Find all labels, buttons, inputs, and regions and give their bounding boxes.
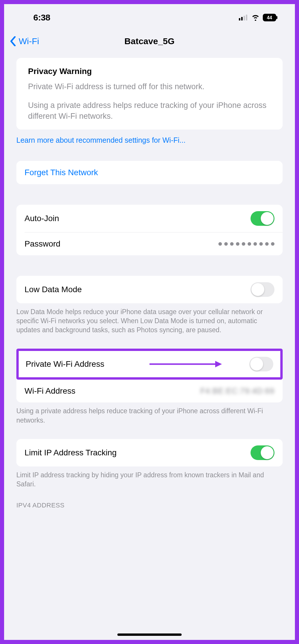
status-time: 6:38	[33, 13, 50, 23]
battery-icon: 44	[263, 14, 277, 21]
wifi-address-card: Private Wi-Fi Address Wi-Fi Address F4:B…	[16, 349, 283, 402]
low-data-mode-row: Low Data Mode	[16, 276, 283, 303]
password-value-masked	[218, 242, 274, 246]
chevron-left-icon	[10, 36, 16, 46]
join-password-card: Auto-Join Password	[16, 205, 283, 255]
forget-network-card: Forget This Network	[16, 161, 283, 184]
low-data-mode-footer: Low Data Mode helps reduce your iPhone d…	[4, 303, 295, 335]
learn-more-link[interactable]: Learn more about recommended settings fo…	[4, 130, 295, 144]
limit-ip-tracking-footer: Limit IP address tracking by hiding your…	[4, 466, 295, 489]
back-button[interactable]: Wi-Fi	[10, 36, 39, 46]
wifi-address-label: Wi-Fi Address	[25, 386, 75, 396]
auto-join-row: Auto-Join	[16, 205, 283, 232]
wifi-address-value: F4:BE:EC:79:4D:69	[200, 387, 274, 396]
password-row[interactable]: Password	[16, 233, 283, 255]
page-title: Batcave_5G	[124, 36, 175, 46]
back-label: Wi-Fi	[19, 36, 39, 46]
privacy-warning-title: Privacy Warning	[28, 67, 271, 76]
home-indicator[interactable]	[117, 633, 182, 636]
private-wifi-address-label: Private Wi-Fi Address	[26, 359, 104, 369]
limit-ip-tracking-card: Limit IP Address Tracking	[16, 439, 283, 466]
cellular-signal-icon	[239, 15, 248, 20]
ipv4-section-header: IPV4 ADDRESS	[4, 502, 295, 509]
auto-join-toggle[interactable]	[251, 211, 274, 226]
limit-ip-tracking-label: Limit IP Address Tracking	[25, 448, 117, 457]
limit-ip-tracking-row: Limit IP Address Tracking	[16, 439, 283, 466]
private-wifi-address-toggle[interactable]	[249, 357, 273, 371]
private-wifi-address-row: Private Wi-Fi Address	[19, 351, 280, 377]
svg-rect-2	[244, 16, 245, 20]
private-wifi-footer: Using a private address helps reduce tra…	[4, 402, 295, 425]
content-area: Privacy Warning Private Wi-Fi address is…	[4, 58, 295, 130]
wifi-network-detail-screen: 6:38 44 Wi-Fi Batcave_5G	[4, 4, 295, 640]
svg-rect-1	[241, 17, 243, 20]
low-data-mode-toggle[interactable]	[251, 282, 274, 297]
wifi-icon	[251, 14, 260, 21]
privacy-warning-body: Private Wi-Fi address is turned off for …	[28, 81, 271, 121]
svg-rect-0	[239, 18, 240, 20]
nav-bar: Wi-Fi Batcave_5G	[4, 27, 295, 58]
password-label: Password	[25, 239, 60, 249]
svg-rect-5	[276, 16, 277, 19]
forget-network-button[interactable]: Forget This Network	[16, 161, 283, 184]
wifi-address-row[interactable]: Wi-Fi Address F4:BE:EC:79:4D:69	[16, 380, 283, 402]
svg-text:44: 44	[267, 15, 272, 20]
auto-join-label: Auto-Join	[25, 214, 59, 223]
status-bar: 6:38 44	[4, 4, 295, 27]
annotation-highlight-private-wifi: Private Wi-Fi Address	[16, 349, 283, 380]
low-data-mode-label: Low Data Mode	[25, 285, 82, 294]
low-data-mode-card: Low Data Mode	[16, 276, 283, 303]
privacy-warning-card: Privacy Warning Private Wi-Fi address is…	[16, 58, 283, 130]
status-icons: 44	[239, 14, 277, 21]
limit-ip-tracking-toggle[interactable]	[251, 445, 274, 460]
svg-rect-3	[246, 15, 247, 20]
